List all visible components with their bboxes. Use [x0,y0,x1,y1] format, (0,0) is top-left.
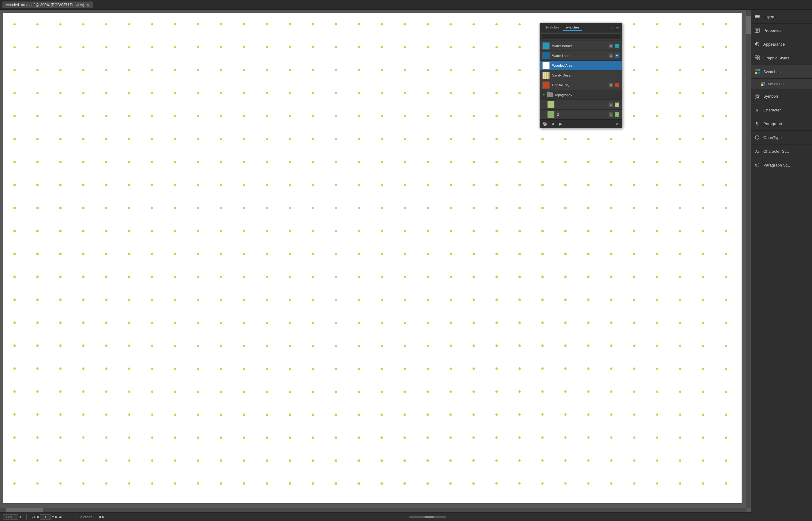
sidebar-item-appearance[interactable]: Appearance [751,37,812,51]
panel-menu-icon[interactable]: ☰ [616,25,620,30]
sidebar-item-paragraph-styles[interactable]: ¶ Paragraph St... [751,158,812,172]
swatch-item-wooded-area[interactable]: Wooded Area [540,61,622,70]
swatch-label-sandy-desert: Sandy Desert [552,73,620,77]
sidebar-subitem-swatches[interactable]: swatches [751,79,812,89]
sidebar-item-character[interactable]: A Character [751,103,812,117]
nav-next-button[interactable]: ▶ [55,515,57,519]
swatch-group-label-topography: Topography [555,93,620,97]
scrubber-thumb[interactable] [424,516,434,518]
swatch-item-capital-city[interactable]: Capital City ▤ ✦ [540,80,622,90]
swatch-cmyk-icon-t1[interactable]: ▤ [608,102,613,107]
swatch-item-water-label[interactable]: Water Label ▤ ✦ [540,51,622,61]
canvas-area: Swatches swatches » ☰ [0,10,751,521]
swatch-label-wooded-area: Wooded Area [552,64,620,67]
zoom-input[interactable] [3,514,18,520]
svg-rect-12 [758,58,759,60]
page-number-input[interactable] [40,514,51,520]
canvas-scrollbar-horizontal[interactable] [0,508,746,513]
paragraph-icon: ¶ [754,120,760,127]
svg-rect-19 [761,84,763,86]
sidebar-item-layers[interactable]: Layers [751,10,812,24]
swatch-spot-icon-2[interactable]: ✦ [614,53,620,58]
swatch-icons-topo-2: ▤ ✦ [608,112,620,117]
svg-rect-20 [763,84,765,86]
swatch-label-topo-1: 1 [557,103,608,107]
svg-rect-10 [758,56,759,58]
swatch-search-input[interactable] [542,33,620,40]
swatch-next-button[interactable]: ▶ [558,121,564,127]
swatch-spot-icon-t2[interactable]: ✦ [614,112,620,117]
sidebar-item-properties[interactable]: Properties [751,24,812,37]
tool-label: Selection [78,515,92,519]
symbols-icon [754,93,760,99]
swatch-cmyk-icon[interactable]: ▤ [608,43,613,48]
swatch-label-capital-city: Capital City [552,83,608,87]
svg-text:A: A [755,150,758,154]
svg-point-8 [756,43,758,45]
dot-pattern [3,13,742,503]
nav-last-button[interactable]: ⏭ [59,515,62,519]
timeline-scrubber[interactable] [108,516,748,518]
canvas[interactable] [3,13,742,503]
swatch-cmyk-icon-2[interactable]: ▤ [608,53,613,58]
canvas-scrollbar-thumb-h[interactable] [6,508,43,513]
svg-rect-14 [758,69,760,71]
close-tab-button[interactable]: × [87,3,89,7]
canvas-scrollbar-vertical[interactable] [746,10,751,508]
sidebar-item-paragraph[interactable]: ¶ Paragraph [751,117,812,131]
panel-tab-swatches-sub[interactable]: swatches [563,24,582,31]
swatch-prev-button[interactable]: ◀ [550,121,556,127]
swatch-group-topography[interactable]: ▼ Topography [540,90,622,100]
swatch-item-topo-1[interactable]: 1 ▤ ✦ [540,100,622,110]
swatches-icon [754,69,760,75]
nav-first-button[interactable]: ⏮ [31,515,35,519]
status-separator-2 [67,514,67,520]
panel-header-icons: » ☰ [611,25,620,30]
svg-point-23 [756,136,759,139]
swatch-color-topo-1 [547,101,555,108]
swatch-spot-icon-t1[interactable]: ✦ [614,102,620,107]
document-tab[interactable]: wooded_area.pdf @ 300% (RGB/GPU Preview)… [2,2,93,8]
swatch-item-sandy-desert[interactable]: Sandy Desert [540,70,622,80]
swatch-spot-icon[interactable]: ✦ [614,43,620,48]
swatch-cmyk-icon-3[interactable]: ▤ [608,83,613,88]
swatches-sub-icon [760,81,766,87]
appearance-icon [754,41,760,47]
swatch-cmyk-icon-t2[interactable]: ▤ [608,112,613,117]
panel-expand-icon[interactable]: » [611,25,614,30]
character-icon: A [754,107,760,113]
canvas-wrapper: Swatches swatches » ☰ [0,10,751,513]
sidebar-item-graphic-styles[interactable]: Graphic Styles [751,51,812,65]
swatch-item-water-border[interactable]: Water Border ▤ ✦ [540,41,622,51]
view-next-arrow[interactable]: ▶ [102,515,105,519]
status-separator-1 [26,514,27,520]
swatch-library-button[interactable]: 📚 [542,121,548,127]
sidebar-item-opentype[interactable]: OpenType [751,131,812,144]
zoom-dropdown-icon[interactable]: ▾ [20,515,21,519]
view-prev-arrow[interactable]: ◀ [98,515,101,519]
sidebar-item-symbols[interactable]: Symbols [751,89,812,103]
canvas-scrollbar-thumb-v[interactable] [746,16,751,34]
sidebar-item-character-label: Character [763,108,781,112]
swatch-delete-button[interactable]: ✕ [614,121,620,127]
swatch-icons-topo-1: ▤ ✦ [608,102,620,107]
properties-icon [754,27,760,33]
nav-prev-button[interactable]: ◀ [36,515,39,519]
svg-rect-15 [755,72,757,74]
sidebar-item-character-styles[interactable]: A Character St... [751,144,812,158]
swatch-label-water-label: Water Label [552,54,608,58]
panel-tab-swatches[interactable]: Swatches [542,24,562,31]
swatch-list: Water Border ▤ ✦ Water Label ▤ [540,41,622,119]
page-dropdown-icon[interactable]: ▾ [52,515,54,519]
swatch-item-topo-2[interactable]: 2 ▤ ✦ [540,110,622,119]
swatch-icons-water-label: ▤ ✦ [608,53,620,58]
character-styles-icon: A [754,148,760,154]
swatch-color-water-label [542,52,550,60]
swatch-spot-icon-3[interactable]: ✦ [614,83,620,88]
sidebar-item-layers-label: Layers [763,15,775,19]
panel-header: Swatches swatches » ☰ [540,23,622,32]
paragraph-styles-icon: ¶ [754,162,760,168]
graphic-styles-icon [754,55,760,61]
layers-icon [754,14,760,20]
sidebar-item-swatches[interactable]: Swatches [751,65,812,79]
